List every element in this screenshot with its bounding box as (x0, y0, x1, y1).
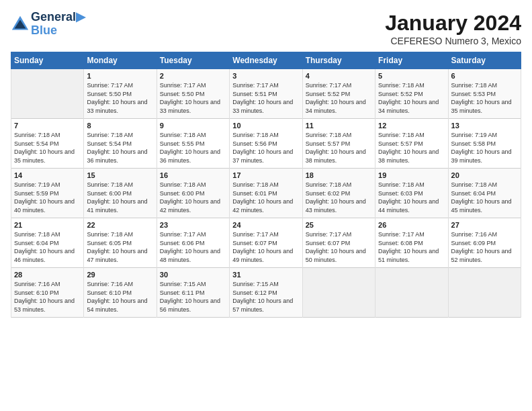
cell-info: Sunrise: 7:15 AMSunset: 6:12 PMDaylight:… (232, 281, 293, 313)
calendar-cell: 22Sunrise: 7:18 AMSunset: 6:05 PMDayligh… (84, 218, 157, 268)
calendar-cell: 15Sunrise: 7:18 AMSunset: 6:00 PMDayligh… (84, 169, 157, 218)
week-row-2: 7Sunrise: 7:18 AMSunset: 5:54 PMDaylight… (11, 119, 521, 169)
day-number: 27 (451, 221, 518, 229)
day-number: 22 (87, 221, 153, 229)
cell-info: Sunrise: 7:18 AMSunset: 5:56 PMDaylight:… (232, 132, 293, 164)
day-number: 9 (160, 122, 226, 130)
calendar-cell: 13Sunrise: 7:19 AMSunset: 5:58 PMDayligh… (448, 119, 521, 169)
day-number: 29 (87, 271, 153, 279)
cell-info: Sunrise: 7:18 AMSunset: 6:05 PMDaylight:… (87, 231, 147, 263)
week-row-5: 28Sunrise: 7:16 AMSunset: 6:10 PMDayligh… (11, 268, 521, 318)
calendar-cell (375, 268, 448, 318)
day-number: 20 (451, 171, 518, 179)
calendar-cell: 12Sunrise: 7:18 AMSunset: 5:57 PMDayligh… (375, 119, 448, 169)
week-row-4: 21Sunrise: 7:18 AMSunset: 6:04 PMDayligh… (11, 218, 521, 268)
month-title: January 2024 (385, 11, 521, 36)
calendar-cell: 10Sunrise: 7:18 AMSunset: 5:56 PMDayligh… (230, 119, 302, 169)
title-block: January 2024 CEFERESO Numero 3, Mexico (385, 11, 521, 46)
calendar-cell: 26Sunrise: 7:17 AMSunset: 6:08 PMDayligh… (375, 218, 448, 268)
day-number: 18 (306, 171, 372, 179)
day-number: 13 (451, 122, 518, 130)
page-container: General▶ Blue January 2024 CEFERESO Nume… (0, 0, 532, 411)
cell-info: Sunrise: 7:18 AMSunset: 6:01 PMDaylight:… (232, 181, 293, 214)
calendar-cell: 11Sunrise: 7:18 AMSunset: 5:57 PMDayligh… (302, 119, 375, 169)
cell-info: Sunrise: 7:16 AMSunset: 6:09 PMDaylight:… (451, 231, 512, 263)
cell-info: Sunrise: 7:18 AMSunset: 5:52 PMDaylight:… (378, 82, 439, 114)
calendar-cell: 23Sunrise: 7:17 AMSunset: 6:06 PMDayligh… (157, 218, 229, 268)
day-number: 31 (232, 271, 299, 279)
col-wednesday: Wednesday (230, 52, 302, 69)
col-friday: Friday (375, 52, 448, 69)
subtitle: CEFERESO Numero 3, Mexico (385, 36, 521, 46)
day-number: 12 (378, 122, 445, 130)
cell-info: Sunrise: 7:18 AMSunset: 6:02 PMDaylight:… (306, 181, 366, 214)
cell-info: Sunrise: 7:18 AMSunset: 6:03 PMDaylight:… (378, 181, 439, 214)
calendar-cell: 14Sunrise: 7:19 AMSunset: 5:59 PMDayligh… (11, 169, 84, 218)
calendar-cell: 31Sunrise: 7:15 AMSunset: 6:12 PMDayligh… (230, 268, 302, 318)
cell-info: Sunrise: 7:18 AMSunset: 5:54 PMDaylight:… (14, 132, 75, 164)
cell-info: Sunrise: 7:17 AMSunset: 6:07 PMDaylight:… (232, 231, 293, 263)
col-sunday: Sunday (11, 52, 84, 69)
header-row: Sunday Monday Tuesday Wednesday Thursday… (11, 52, 521, 69)
cell-info: Sunrise: 7:19 AMSunset: 5:58 PMDaylight:… (451, 132, 512, 164)
calendar-cell: 25Sunrise: 7:17 AMSunset: 6:07 PMDayligh… (302, 218, 375, 268)
cell-info: Sunrise: 7:18 AMSunset: 5:55 PMDaylight:… (160, 132, 220, 164)
cell-info: Sunrise: 7:17 AMSunset: 6:06 PMDaylight:… (160, 231, 220, 263)
logo: General▶ Blue (11, 11, 85, 38)
day-number: 15 (87, 171, 153, 179)
cell-info: Sunrise: 7:18 AMSunset: 6:04 PMDaylight:… (14, 231, 75, 263)
cell-info: Sunrise: 7:17 AMSunset: 5:50 PMDaylight:… (160, 82, 220, 114)
day-number: 17 (232, 171, 299, 179)
day-number: 1 (87, 72, 153, 80)
day-number: 11 (306, 122, 372, 130)
cell-info: Sunrise: 7:18 AMSunset: 5:57 PMDaylight:… (378, 132, 439, 164)
day-number: 24 (232, 221, 299, 229)
logo-text: General▶ Blue (31, 11, 85, 38)
calendar-cell: 7Sunrise: 7:18 AMSunset: 5:54 PMDaylight… (11, 119, 84, 169)
calendar-cell (302, 268, 375, 318)
day-number: 2 (160, 72, 226, 80)
calendar-header: Sunday Monday Tuesday Wednesday Thursday… (11, 52, 521, 69)
logo-icon (11, 15, 30, 34)
header: General▶ Blue January 2024 CEFERESO Nume… (11, 11, 521, 46)
cell-info: Sunrise: 7:18 AMSunset: 5:54 PMDaylight:… (87, 132, 147, 164)
day-number: 23 (160, 221, 226, 229)
day-number: 5 (378, 72, 445, 80)
day-number: 26 (378, 221, 445, 229)
calendar-table: Sunday Monday Tuesday Wednesday Thursday… (11, 52, 521, 318)
day-number: 30 (160, 271, 226, 279)
calendar-cell: 8Sunrise: 7:18 AMSunset: 5:54 PMDaylight… (84, 119, 157, 169)
calendar-cell: 30Sunrise: 7:15 AMSunset: 6:11 PMDayligh… (157, 268, 229, 318)
day-number: 21 (14, 221, 81, 229)
cell-info: Sunrise: 7:17 AMSunset: 5:50 PMDaylight:… (87, 82, 147, 114)
day-number: 28 (14, 271, 81, 279)
calendar-cell: 18Sunrise: 7:18 AMSunset: 6:02 PMDayligh… (302, 169, 375, 218)
week-row-1: 1Sunrise: 7:17 AMSunset: 5:50 PMDaylight… (11, 69, 521, 119)
calendar-cell: 24Sunrise: 7:17 AMSunset: 6:07 PMDayligh… (230, 218, 302, 268)
cell-info: Sunrise: 7:16 AMSunset: 6:10 PMDaylight:… (14, 281, 75, 313)
day-number: 25 (306, 221, 372, 229)
cell-info: Sunrise: 7:18 AMSunset: 6:00 PMDaylight:… (160, 181, 220, 214)
cell-info: Sunrise: 7:17 AMSunset: 5:52 PMDaylight:… (306, 82, 366, 114)
calendar-body: 1Sunrise: 7:17 AMSunset: 5:50 PMDaylight… (11, 69, 521, 318)
day-number: 8 (87, 122, 153, 130)
cell-info: Sunrise: 7:19 AMSunset: 5:59 PMDaylight:… (14, 181, 75, 214)
calendar-cell: 27Sunrise: 7:16 AMSunset: 6:09 PMDayligh… (448, 218, 521, 268)
calendar-cell: 5Sunrise: 7:18 AMSunset: 5:52 PMDaylight… (375, 69, 448, 119)
cell-info: Sunrise: 7:17 AMSunset: 5:51 PMDaylight:… (232, 82, 293, 114)
calendar-cell: 20Sunrise: 7:18 AMSunset: 6:04 PMDayligh… (448, 169, 521, 218)
day-number: 3 (232, 72, 299, 80)
cell-info: Sunrise: 7:18 AMSunset: 5:57 PMDaylight:… (306, 132, 366, 164)
cell-info: Sunrise: 7:18 AMSunset: 5:53 PMDaylight:… (451, 82, 512, 114)
calendar-cell: 9Sunrise: 7:18 AMSunset: 5:55 PMDaylight… (157, 119, 229, 169)
calendar-cell: 2Sunrise: 7:17 AMSunset: 5:50 PMDaylight… (157, 69, 229, 119)
week-row-3: 14Sunrise: 7:19 AMSunset: 5:59 PMDayligh… (11, 169, 521, 218)
cell-info: Sunrise: 7:18 AMSunset: 6:00 PMDaylight:… (87, 181, 147, 214)
col-thursday: Thursday (302, 52, 375, 69)
day-number: 6 (451, 72, 518, 80)
day-number: 16 (160, 171, 226, 179)
calendar-cell: 19Sunrise: 7:18 AMSunset: 6:03 PMDayligh… (375, 169, 448, 218)
cell-info: Sunrise: 7:17 AMSunset: 6:08 PMDaylight:… (378, 231, 439, 263)
cell-info: Sunrise: 7:15 AMSunset: 6:11 PMDaylight:… (160, 281, 220, 313)
calendar-cell (11, 69, 84, 119)
